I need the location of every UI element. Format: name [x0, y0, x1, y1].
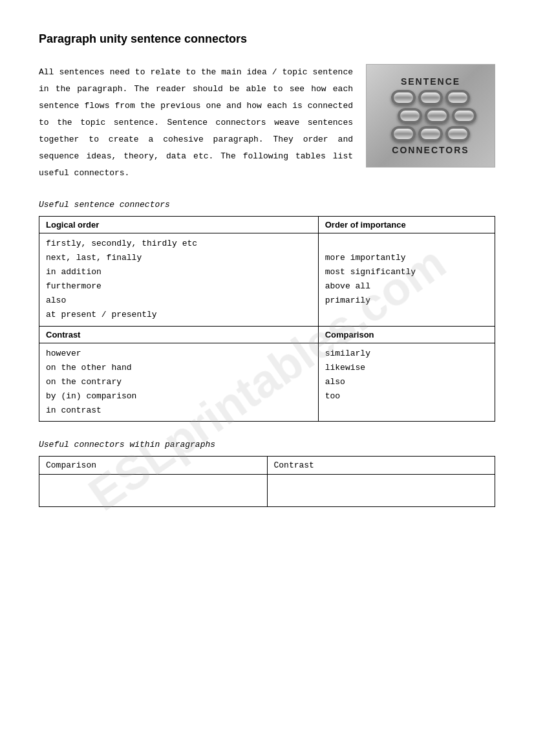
contrast-item-4: by (in) comparison [46, 391, 136, 401]
image-label-bottom: CONNECTORS [367, 145, 495, 155]
importance-item-3: most significantly [325, 267, 416, 277]
comparison-cell: similarly likewise also too [318, 343, 495, 421]
bottom-contrast-cell [267, 475, 495, 507]
bottom-table-row [39, 475, 495, 507]
sentence-connectors-image: SENTENCE [366, 64, 495, 167]
bottom-comparison-cell [39, 475, 268, 507]
contrast-item-1: however [46, 349, 81, 358]
logical-item-5: also [46, 296, 66, 305]
table-row-2: however on the other hand on the contrar… [39, 343, 495, 421]
logical-item-1: firstly, secondly, thirdly etc [46, 239, 197, 248]
logical-content: firstly, secondly, thirdly etc next, las… [46, 237, 312, 323]
bottom-header-comparison: Comparison [39, 457, 268, 475]
importance-cell-1: more importantly most significantly abov… [318, 233, 495, 327]
section2-subtitle: Useful connectors within paragraphs [39, 440, 495, 449]
contrast-content: however on the other hand on the contrar… [46, 347, 312, 418]
header-order-importance: Order of importance [318, 217, 495, 233]
importance-item-5: primarily [325, 296, 370, 305]
bottom-table-header-row: Comparison Contrast [39, 457, 495, 475]
table-row: firstly, secondly, thirdly etc next, las… [39, 233, 495, 327]
logical-item-4: furthermore [46, 281, 101, 291]
bottom-header-contrast: Contrast [267, 457, 495, 475]
section1-subtitle: Useful sentence connectors [39, 200, 495, 210]
intro-section: All sentences need to relate to the main… [39, 64, 495, 182]
logical-item-3: in addition [46, 267, 101, 277]
logical-item-6: at present / presently [46, 310, 157, 319]
comparison-content: similarly likewise also too [325, 347, 488, 404]
importance-item-1 [325, 239, 330, 248]
importance-item-4: above all [325, 281, 370, 291]
header-logical-order: Logical order [39, 217, 319, 233]
comparison-item-1: similarly [325, 349, 370, 358]
table-header-row1: Logical order Order of importance [39, 217, 495, 233]
comparison-item-3: also [325, 377, 345, 387]
comparison-item-4: too [325, 391, 340, 401]
intro-text: All sentences need to relate to the main… [39, 64, 353, 182]
comparison-item-2: likewise [325, 363, 365, 373]
header-contrast: Contrast [39, 326, 319, 343]
connectors-within-paragraphs-table: Comparison Contrast [39, 456, 495, 507]
header-comparison: Comparison [318, 326, 495, 343]
importance-item-2: more importantly [325, 253, 406, 263]
contrast-item-3: on the contrary [46, 377, 122, 387]
chain-image: SENTENCE [367, 65, 495, 167]
contrast-cell: however on the other hand on the contrar… [39, 343, 319, 421]
page-title: Paragraph unity sentence connectors [39, 32, 495, 46]
contrast-item-5: in contrast [46, 405, 101, 415]
sentence-connectors-table: Logical order Order of importance firstl… [39, 216, 495, 422]
logical-item-2: next, last, finally [46, 253, 142, 263]
importance-content: more importantly most significantly abov… [325, 237, 488, 308]
image-label-top: SENTENCE [367, 76, 495, 87]
table-header-row2: Contrast Comparison [39, 326, 495, 343]
contrast-item-2: on the other hand [46, 363, 132, 373]
logical-cell-1: firstly, secondly, thirdly etc next, las… [39, 233, 319, 327]
